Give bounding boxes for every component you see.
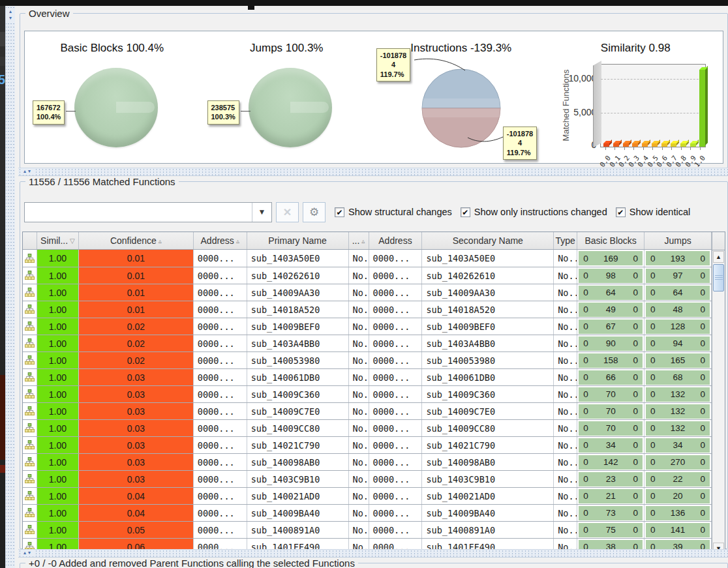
column-header-icon[interactable]	[23, 232, 37, 249]
scrollbar-up-button[interactable]: ▲	[713, 251, 724, 263]
table-row[interactable]: 1.000.030000...sub_14021C790No...0000...…	[23, 436, 712, 453]
flowgraph-icon	[23, 284, 37, 301]
filter-combobox[interactable]: ▼	[24, 202, 272, 222]
similarity-cell: 1.00	[37, 386, 79, 402]
table-row[interactable]: 1.000.030000...sub_14009C360No...0000...…	[23, 385, 712, 402]
instructions-callout-bottom: -101878 4 119.7%	[503, 127, 537, 160]
scrollbar-grip-icon	[715, 275, 723, 281]
splitter-handle-icon[interactable]: ▴▾	[22, 168, 34, 175]
confidence-cell: 0.03	[79, 369, 194, 385]
table-row[interactable]: 1.000.050000...sub_1400891A0No...0000...…	[23, 521, 712, 538]
flowgraph-icon	[23, 454, 37, 470]
filter-input[interactable]	[25, 203, 252, 222]
flags-cell: No...	[349, 403, 369, 419]
column-header-address-secondary[interactable]: Address	[369, 232, 423, 249]
jumps-cell: 0340	[645, 437, 712, 453]
table-row[interactable]: 1.000.020000...sub_1403A4BB0No...0000...…	[23, 335, 712, 351]
basic-blocks-cell: 0700	[577, 420, 645, 436]
primary-name-cell: sub_14021C790	[247, 437, 349, 453]
column-header-flags[interactable]: ... ▵	[349, 232, 369, 249]
jumps-cell: 01650	[645, 352, 712, 368]
flags-cell: No...	[349, 369, 369, 385]
checkbox-show-identical[interactable]: ✔ Show identical	[616, 207, 691, 217]
type-cell: No...	[554, 250, 577, 267]
similarity-plot-bars	[601, 65, 707, 147]
column-header-address-primary[interactable]: Address ▵	[194, 232, 247, 249]
checkbox-icon[interactable]: ✔	[335, 207, 344, 217]
table-row[interactable]: 1.000.020000...sub_140053980No...0000...…	[23, 351, 712, 368]
table-row[interactable]: 1.000.030000...sub_140098AB0No...0000...…	[23, 453, 712, 470]
basic-blocks-chart-title: Basic Blocks 100.4%	[25, 42, 200, 55]
column-header-basic-blocks[interactable]: Basic Blocks	[577, 232, 645, 249]
secondary-address-cell: 0000...	[369, 284, 423, 301]
checkbox-show-structural-changes[interactable]: ✔ Show structural changes	[335, 207, 452, 217]
flags-cell: No...	[349, 301, 369, 318]
primary-name-cell: sub_14009BA40	[247, 505, 349, 521]
checkbox-show-only-instructions-changed[interactable]: ✔ Show only instructions changed	[461, 207, 607, 217]
table-row[interactable]: 1.000.040000...sub_140021AD0No...0000...…	[23, 487, 712, 504]
primary-name-cell: sub_14018A520	[247, 301, 349, 318]
scrollbar-thumb[interactable]	[713, 264, 724, 291]
flags-cell: No...	[349, 335, 369, 351]
table-body: 1.000.010000...sub_1403A50E0No...0000...…	[23, 250, 712, 555]
table-row[interactable]: 1.000.010000...sub_14018A520No...0000...…	[23, 301, 712, 318]
similarity-bar	[661, 143, 667, 147]
table-row[interactable]: 1.000.010000...sub_140262610No...0000...…	[23, 267, 712, 284]
table-row[interactable]: 1.000.030000...sub_1403C9B10No...0000...…	[23, 470, 712, 487]
splitter-handle-icon[interactable]: ▴▾	[22, 550, 34, 556]
column-header-type[interactable]: Type	[554, 232, 577, 249]
column-header-similarity[interactable]: Simil... ▽	[37, 232, 79, 249]
vertical-scrollbar[interactable]: ▲ ▼	[712, 232, 725, 555]
table-row[interactable]: 1.000.010000...sub_14009AA30No...0000...…	[23, 284, 712, 301]
flowgraph-icon	[23, 488, 37, 504]
similarity-cell: 1.00	[37, 420, 79, 436]
primary-address-cell: 0000...	[194, 420, 247, 436]
type-cell: No...	[554, 386, 577, 402]
secondary-name-cell: sub_1403A4BB0	[422, 335, 554, 351]
table-row[interactable]: 1.000.020000...sub_14009BEF0No...0000...…	[23, 318, 712, 335]
basic-blocks-pie	[74, 68, 158, 147]
table-row[interactable]: 1.000.030000...sub_140061DB0No...0000...…	[23, 368, 712, 385]
gear-icon: ⚙	[309, 205, 319, 219]
close-icon: ✕	[283, 206, 292, 218]
secondary-address-cell: 0000...	[369, 437, 423, 453]
similarity-cell: 1.00	[37, 471, 79, 487]
flowgraph-icon	[23, 437, 37, 453]
table-row[interactable]: 1.000.010000...sub_1403A50E0No...0000...…	[23, 250, 712, 267]
callout-percent: 100.4%	[37, 112, 61, 121]
column-header-confidence[interactable]: Confidence ▵	[79, 232, 194, 249]
flowgraph-icon	[23, 522, 37, 538]
splitter-collapse-icon[interactable]: ▴	[6, 8, 15, 15]
jumps-cell: 0220	[645, 471, 712, 487]
secondary-address-cell: 0000...	[369, 318, 423, 335]
confidence-cell: 0.03	[79, 437, 194, 453]
horizontal-splitter-top[interactable]: ▴▾	[18, 168, 728, 176]
instructions-pie: -101878 4 119.7% -101878 4 119.7%	[372, 31, 550, 163]
similarity-cell: 1.00	[37, 267, 79, 284]
secondary-name-cell: sub_14009C7E0	[422, 403, 554, 419]
similarity-plot-area	[600, 64, 706, 147]
basic-blocks-cell: 0660	[577, 369, 645, 385]
filter-settings-button[interactable]: ⚙	[303, 202, 326, 222]
splitter-expand-icon[interactable]: ▾	[6, 15, 15, 22]
similarity-bar	[632, 143, 638, 147]
clear-filter-button[interactable]: ✕	[276, 202, 299, 222]
secondary-address-cell: 0000...	[369, 335, 423, 351]
confidence-cell: 0.02	[79, 318, 194, 335]
table-row[interactable]: 1.000.030000...sub_14009CC80No...0000...…	[23, 419, 712, 436]
basic-blocks-cell: 01690	[577, 250, 645, 267]
column-header-jumps[interactable]: Jumps	[645, 232, 712, 249]
column-header-secondary-name[interactable]: Secondary Name	[422, 232, 554, 249]
column-header-primary-name[interactable]: Primary Name	[247, 232, 349, 249]
table-row[interactable]: 1.000.040000...sub_14009BA40No...0000...…	[23, 504, 712, 521]
table-row[interactable]: 1.000.030000...sub_14009C7E0No...0000...…	[23, 402, 712, 419]
secondary-address-cell: 0000...	[369, 420, 423, 436]
vertical-splitter[interactable]: ▴ ▾	[5, 6, 15, 568]
scrollbar-track[interactable]	[712, 291, 725, 542]
combobox-dropdown-button[interactable]: ▼	[252, 203, 271, 222]
checkbox-icon[interactable]: ✔	[461, 207, 470, 217]
horizontal-splitter-bottom[interactable]: ▴▾	[18, 549, 728, 558]
checkbox-icon[interactable]: ✔	[616, 207, 626, 217]
sort-asc-icon: ▵	[361, 237, 365, 245]
background-fragment-mark	[0, 465, 5, 473]
